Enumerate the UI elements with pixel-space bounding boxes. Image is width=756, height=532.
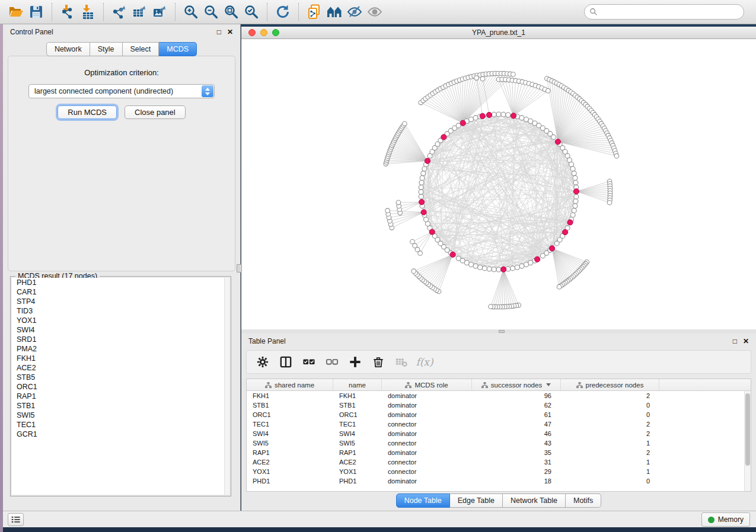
horizontal-splitter[interactable] (241, 329, 756, 334)
criterion-dropdown[interactable]: largest connected component (undirected) (28, 84, 215, 98)
save-button[interactable] (26, 2, 46, 21)
table-cell[interactable]: connector (382, 459, 472, 466)
table-cell[interactable]: FKH1 (333, 392, 382, 399)
mcds-result-item[interactable]: ORC1 (12, 382, 229, 392)
table-cell[interactable]: dominator (382, 430, 472, 437)
mcds-result-item[interactable]: YOX1 (12, 316, 229, 325)
table-cell[interactable]: YOX1 (247, 468, 333, 475)
tab-motifs[interactable]: Motifs (566, 493, 601, 508)
mcds-list-scrollbar[interactable] (224, 278, 229, 495)
zoom-out-button[interactable] (201, 2, 221, 21)
tab-network-table[interactable]: Network Table (503, 493, 566, 508)
close-table-panel-icon[interactable]: ✕ (743, 338, 749, 345)
table-cell[interactable]: 2 (561, 430, 659, 437)
column-header-name[interactable]: name (333, 379, 382, 390)
tab-edge-table[interactable]: Edge Table (450, 493, 503, 508)
table-cell[interactable]: TEC1 (247, 421, 333, 428)
table-cell[interactable]: FKH1 (247, 392, 333, 399)
table-cell[interactable]: 96 (472, 392, 561, 399)
table-row[interactable]: PHD1PHD1dominator180 (247, 476, 744, 486)
duplicate-network-button[interactable] (304, 2, 324, 21)
table-cell[interactable]: connector (382, 421, 472, 428)
run-mcds-button[interactable]: Run MCDS (58, 105, 117, 119)
table-cell[interactable]: TEC1 (333, 421, 382, 428)
mcds-result-item[interactable]: STP4 (12, 297, 229, 306)
refresh-button[interactable] (273, 2, 293, 21)
table-row[interactable]: STB1STB1dominator620 (247, 400, 744, 410)
delete-column-button[interactable] (372, 355, 385, 368)
export-image-button[interactable] (149, 2, 170, 21)
tab-mcds[interactable]: MCDS (159, 42, 197, 56)
mcds-result-item[interactable]: CAR1 (12, 287, 229, 297)
close-panel-icon[interactable]: ✕ (227, 28, 233, 36)
mcds-result-item[interactable]: SWI5 (12, 411, 229, 420)
table-cell[interactable]: RAP1 (247, 449, 333, 456)
table-cell[interactable]: 29 (472, 468, 561, 475)
table-cell[interactable]: 1 (561, 459, 659, 466)
mcds-result-item[interactable]: STB5 (12, 373, 229, 382)
table-cell[interactable]: ORC1 (247, 411, 333, 418)
console-list-button[interactable] (8, 513, 24, 526)
table-cell[interactable]: dominator (382, 402, 472, 409)
column-header-shared-name[interactable]: shared name (247, 379, 333, 390)
mcds-result-list[interactable]: PHD1CAR1STP4TID3YOX1SWI4SRD1PMA2FKH1ACE2… (12, 278, 229, 495)
column-header-predecessor-nodes[interactable]: predecessor nodes (561, 379, 659, 390)
table-cell[interactable]: 2 (561, 449, 659, 456)
table-row[interactable]: FKH1FKH1dominator962 (247, 391, 744, 400)
network-graph[interactable] (241, 39, 756, 329)
table-cell[interactable]: dominator (382, 411, 472, 418)
columns-button[interactable] (279, 355, 292, 368)
table-cell[interactable]: 62 (472, 402, 561, 409)
table-cell[interactable]: 0 (561, 477, 659, 485)
table-cell[interactable]: PHD1 (247, 477, 333, 485)
table-cell[interactable]: 1 (561, 468, 659, 475)
mcds-result-item[interactable]: TEC1 (12, 420, 229, 430)
table-cell[interactable]: 35 (472, 449, 561, 456)
function-builder-button[interactable]: f(x) (418, 355, 431, 368)
table-cell[interactable]: 43 (472, 440, 561, 447)
table-cell[interactable]: 46 (472, 430, 561, 437)
table-row[interactable]: SWI4SWI4dominator462 (247, 429, 744, 438)
network-canvas[interactable] (241, 39, 756, 329)
mcds-result-item[interactable]: TID3 (12, 306, 229, 316)
table-cell[interactable]: connector (382, 440, 472, 447)
select-all-button[interactable] (302, 355, 315, 368)
table-cell[interactable]: YOX1 (333, 468, 382, 475)
delete-table-button[interactable] (395, 355, 408, 368)
table-cell[interactable]: dominator (382, 449, 472, 456)
tab-select[interactable]: Select (123, 42, 160, 56)
table-cell[interactable]: RAP1 (333, 449, 382, 456)
table-cell[interactable]: SWI5 (333, 440, 382, 447)
search-box[interactable] (584, 4, 744, 20)
tab-node-table[interactable]: Node Table (396, 493, 450, 508)
open-folder-button[interactable] (6, 2, 26, 21)
table-cell[interactable]: ACE2 (333, 459, 382, 466)
float-panel-icon[interactable]: □ (217, 28, 221, 36)
zoom-selected-button[interactable] (241, 2, 261, 21)
show-all-button[interactable] (365, 2, 385, 21)
table-cell[interactable]: dominator (382, 477, 472, 485)
memory-button[interactable]: Memory (701, 512, 750, 527)
table-cell[interactable]: SWI5 (247, 440, 333, 447)
table-cell[interactable]: SWI4 (247, 430, 333, 437)
table-cell[interactable]: 1 (561, 440, 659, 447)
float-table-panel-icon[interactable]: □ (733, 338, 737, 345)
table-cell[interactable]: 0 (561, 411, 659, 418)
table-cell[interactable]: connector (382, 468, 472, 475)
mcds-result-item[interactable]: PMA2 (12, 344, 229, 354)
tab-style[interactable]: Style (90, 42, 123, 56)
table-cell[interactable]: 47 (472, 421, 561, 428)
table-cell[interactable]: STB1 (247, 402, 333, 409)
column-header-MCDS-role[interactable]: MCDS role (382, 379, 472, 390)
mcds-result-item[interactable]: RAP1 (12, 392, 229, 401)
mcds-result-item[interactable]: ACE2 (12, 363, 229, 373)
table-cell[interactable]: ORC1 (333, 411, 382, 418)
add-column-button[interactable] (349, 355, 362, 368)
table-row[interactable]: ORC1ORC1dominator610 (247, 410, 744, 419)
table-cell[interactable]: dominator (382, 392, 472, 399)
vertical-splitter-grip[interactable] (237, 264, 242, 273)
tab-network[interactable]: Network (46, 42, 90, 56)
table-cell[interactable]: PHD1 (333, 477, 382, 485)
table-row[interactable]: RAP1RAP1dominator352 (247, 448, 744, 457)
first-neighbors-button[interactable] (324, 2, 344, 21)
